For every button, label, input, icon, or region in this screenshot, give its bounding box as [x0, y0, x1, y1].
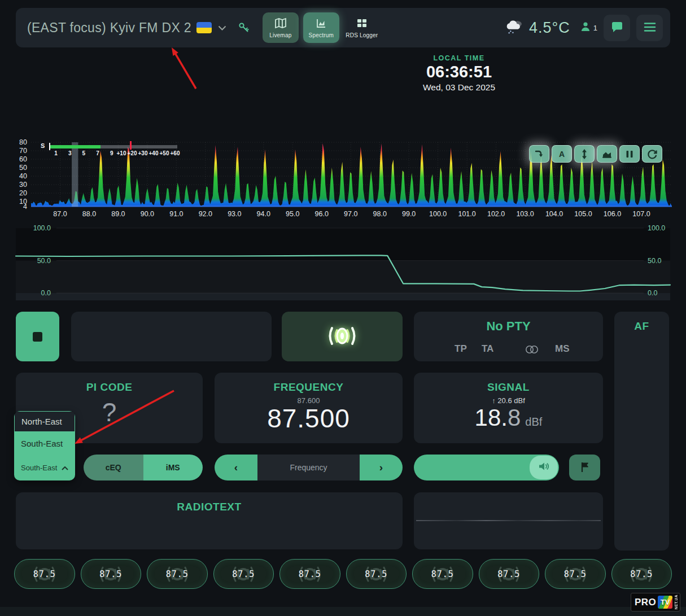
spectrum-graph-style-button[interactable]: [597, 145, 617, 163]
svg-text:60: 60: [19, 155, 27, 163]
svg-text:0.0: 0.0: [41, 289, 51, 297]
preset-frequency: 87.5: [497, 569, 520, 579]
s-meter-tick: +60: [171, 150, 180, 156]
signal-peak: ↑ 20.6 dBf: [414, 396, 603, 405]
frequency-value: 87.500: [215, 405, 403, 432]
s-meter-fill: [50, 145, 101, 148]
user-icon: [580, 21, 591, 34]
oscilloscope-panel: [414, 492, 603, 549]
oscilloscope-trace: [416, 520, 601, 521]
svg-text:30: 30: [19, 181, 27, 189]
antenna-option-south-east[interactable]: South-East: [14, 432, 75, 455]
antenna-option-north-east[interactable]: North-East: [14, 411, 75, 432]
frequency-panel: FREQUENCY 87.600 87.500: [215, 373, 403, 443]
stop-icon: [33, 332, 42, 342]
pty-panel: No PTY TP TA MS: [414, 312, 603, 361]
top-bar: (EAST focus) Kyiv FM DX 2 LivemapSpectru…: [16, 8, 670, 47]
s-meter-tick: 3: [68, 150, 72, 156]
nav-livemap-button[interactable]: Livemap: [263, 12, 299, 43]
ceq-button[interactable]: cEQ: [84, 455, 143, 480]
svg-text:0.0: 0.0: [648, 289, 657, 297]
frequency-down-button[interactable]: ‹: [215, 455, 257, 480]
pi-code-title: PI CODE: [16, 373, 203, 394]
preset-frequency: 87.5: [564, 569, 587, 579]
frequency-input[interactable]: [257, 455, 360, 480]
spectrum-refresh-button[interactable]: [642, 145, 662, 163]
s-meter-peak-marker: [130, 141, 132, 150]
broadcast-icon: [321, 321, 364, 352]
preset-button-6[interactable]: 87.5: [346, 559, 407, 589]
svg-text:95.0: 95.0: [286, 210, 299, 218]
ims-button[interactable]: iMS: [143, 455, 203, 480]
preset-button-1[interactable]: 87.5: [14, 559, 75, 589]
spectrum-tune-jump-button[interactable]: [529, 145, 549, 163]
volume-handle[interactable]: [530, 456, 558, 479]
spectrum-auto-mode-button[interactable]: A: [552, 145, 572, 163]
audio-play-button[interactable]: [282, 312, 403, 361]
chat-icon: [611, 21, 623, 34]
svg-text:A: A: [559, 150, 565, 159]
logo-tv-icon: TV: [658, 596, 672, 609]
spectrum-pause-button[interactable]: [619, 145, 640, 163]
preset-frequency: 87.5: [431, 569, 454, 579]
logo-net-text: NET.UA: [674, 595, 678, 609]
server-selector[interactable]: (EAST focus) Kyiv FM DX 2: [27, 20, 226, 36]
footer-strip: [0, 607, 686, 616]
svg-text:100.0: 100.0: [648, 224, 665, 232]
s-meter-tick: +50: [160, 150, 169, 156]
preset-frequency: 87.5: [33, 569, 56, 579]
preset-button-3[interactable]: 87.5: [147, 559, 208, 589]
hamburger-icon: [644, 22, 656, 34]
curved-down-arrow-icon: [534, 148, 545, 160]
preset-button-2[interactable]: 87.5: [81, 559, 142, 589]
local-time-label: LOCAL TIME: [374, 54, 544, 62]
svg-text:99.0: 99.0: [402, 210, 416, 218]
signal-title: SIGNAL: [414, 373, 603, 394]
svg-text:87.0: 87.0: [53, 210, 67, 218]
s-meter-tick: 1: [54, 150, 58, 156]
preset-button-4[interactable]: 87.5: [213, 559, 274, 589]
preset-frequency: 87.5: [166, 569, 189, 579]
ta-flag: TA: [482, 343, 493, 355]
af-panel: AF: [614, 312, 669, 551]
s-meter-tick: +10: [117, 150, 126, 156]
flag-button[interactable]: [569, 455, 600, 480]
s-meter-label: S: [41, 142, 45, 149]
spectrum-toolbar: A: [529, 145, 662, 163]
key-icon[interactable]: [238, 21, 250, 34]
svg-text:101.0: 101.0: [458, 210, 475, 218]
stop-button[interactable]: [16, 312, 59, 361]
frequency-up-button[interactable]: ›: [360, 455, 403, 480]
preset-button-5[interactable]: 87.5: [279, 559, 340, 589]
chat-button[interactable]: [604, 15, 630, 41]
pty-value: No PTY: [414, 312, 603, 334]
s-meter-start-tick: [49, 143, 50, 150]
flag-icon: [579, 461, 591, 474]
logo-pro-text: PRO: [635, 597, 656, 608]
spectrum-analyzer[interactable]: 8070605040302010487.088.089.090.091.092.…: [0, 139, 686, 221]
frequency-stepper: ‹ ›: [215, 455, 403, 480]
preset-button-8[interactable]: 87.5: [479, 559, 540, 589]
refresh-icon: [646, 148, 658, 160]
station-name-panel: [71, 312, 272, 361]
preset-button-7[interactable]: 87.5: [412, 559, 473, 589]
svg-text:4: 4: [23, 203, 27, 211]
s-meter-tick: +40: [149, 150, 159, 156]
svg-text:90.0: 90.0: [141, 210, 154, 218]
volume-slider[interactable]: [414, 455, 559, 480]
nav-spectrum-button[interactable]: Spectrum: [303, 12, 339, 43]
nav-rds-logger-label: RDS Logger: [346, 32, 378, 38]
local-date: Wed, 03 Dec 2025: [374, 82, 544, 93]
signal-history-graph: 100.0100.050.050.00.00.0: [0, 222, 686, 302]
antenna-select[interactable]: South-East: [14, 455, 75, 480]
area-chart-icon: [601, 148, 613, 160]
radiotext-title: RADIOTEXT: [16, 492, 403, 513]
preset-frequency: 87.5: [99, 569, 122, 579]
eq-segment: cEQ iMS: [84, 455, 203, 480]
preset-button-10[interactable]: 87.5: [611, 559, 672, 589]
nav-rds-logger-button[interactable]: RDS Logger: [344, 12, 380, 43]
preset-button-9[interactable]: 87.5: [545, 559, 606, 589]
spectrum-autoscale-button[interactable]: [574, 145, 595, 163]
svg-text:89.0: 89.0: [111, 210, 125, 218]
menu-button[interactable]: [636, 15, 663, 41]
